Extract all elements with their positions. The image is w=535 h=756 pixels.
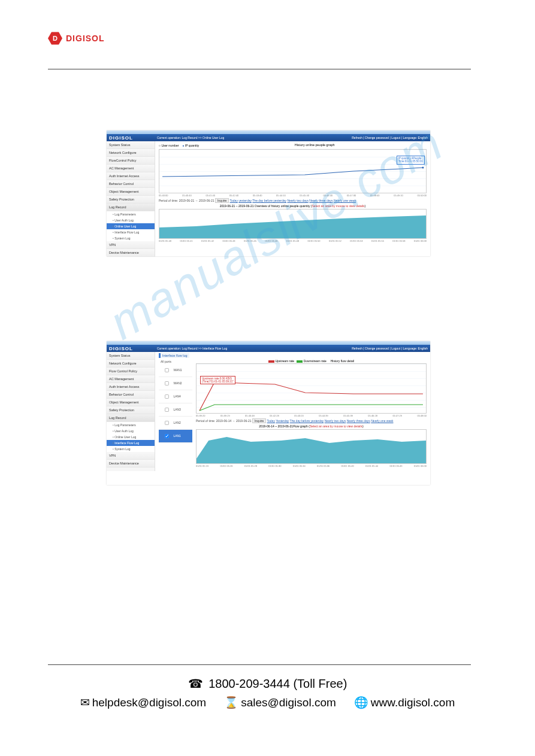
period-row: Period of time: 2019-06-14 → 2019-06-21 …: [196, 419, 427, 423]
sidebar-sub[interactable]: User Auth Log: [107, 428, 155, 434]
sidebar-item[interactable]: Network Configure: [107, 149, 155, 157]
chart-title: History flow detail: [331, 359, 354, 363]
sidebar-item-log-record[interactable]: Log Record: [107, 414, 155, 422]
period-text: Period of time: 2019-06-21 → 2019-06-21: [159, 199, 214, 202]
ports-header: All ports: [159, 359, 192, 364]
period-link[interactable]: Nearly two days: [287, 199, 309, 202]
section-heading: Interface flow log: [159, 353, 189, 358]
breadcrumb: Current operation: Log Record >> Interfa…: [157, 347, 352, 350]
screenshot-online-user-log: DIGISOL Current operation: Log Record >>…: [107, 130, 430, 256]
header-divider: [48, 69, 471, 69]
inquire-button[interactable]: Inquire: [215, 198, 229, 203]
sidebar-item[interactable]: Object Management: [107, 188, 155, 196]
area-chart[interactable]: [159, 209, 427, 239]
sidebar-sub[interactable]: Interface Flow Log: [107, 229, 155, 235]
period-link[interactable]: The day before yesterday: [290, 419, 324, 423]
sidebar-item[interactable]: Auth Internet Access: [107, 172, 155, 180]
sidebar-item[interactable]: Device Maintenance: [107, 249, 155, 257]
sidebar-item[interactable]: Safety Protection: [107, 406, 155, 414]
period-link[interactable]: The day before yesterday: [252, 199, 286, 202]
port-item[interactable]: WAN1: [159, 364, 192, 377]
sidebar-sub[interactable]: User Auth Log: [107, 217, 155, 223]
sidebar-item[interactable]: AC Management: [107, 165, 155, 172]
phone-icon: ☎: [188, 677, 203, 690]
footer-web: www.digisol.com: [371, 696, 455, 709]
period-link[interactable]: Today: [267, 419, 275, 423]
footer-sales: sales@digisol.com: [241, 696, 336, 709]
hourglass-icon: ⌛: [224, 696, 238, 709]
period-link[interactable]: Yesterday: [276, 419, 289, 423]
sidebar-item[interactable]: VPN: [107, 452, 155, 460]
flow-area-chart[interactable]: [196, 429, 427, 464]
sidebar-item[interactable]: AC Management: [107, 375, 155, 383]
chart-tooltip: Upstream rate:0.06 KB/S (Time)"01-01-01 …: [200, 376, 235, 384]
period-link[interactable]: Nearly two days: [325, 419, 346, 423]
port-item[interactable]: LAN4: [159, 390, 192, 403]
port-item[interactable]: LAN3: [159, 403, 192, 417]
svg-point-0: [422, 167, 424, 169]
sidebar-item[interactable]: Behavior Control: [107, 180, 155, 188]
line-chart[interactable]: IP quantity:4People Time:01-01 05:50:01: [159, 149, 427, 193]
port-item-selected[interactable]: LAN1: [159, 430, 192, 443]
screenshot-interface-flow-log: DIGISOL Current operation: Log Record >>…: [107, 341, 430, 485]
period-link[interactable]: Today: [230, 199, 238, 202]
sidebar-item[interactable]: Network Configure: [107, 360, 155, 368]
logo-text: DIGISOL: [66, 34, 105, 43]
globe-icon: 🌐: [354, 696, 368, 709]
flow-line-chart[interactable]: Upstream rate:0.06 KB/S (Time)"01-01-01 …: [196, 363, 427, 414]
port-item[interactable]: WAN2: [159, 377, 192, 390]
radio-user-number[interactable]: User number: [159, 144, 179, 147]
period-link[interactable]: Nearly one week: [334, 199, 356, 202]
page-footer: ☎ 1800-209-3444 (Toll Free) ✉helpdesk@di…: [0, 676, 535, 709]
radio-ip-quantity[interactable]: IP quantity: [182, 144, 199, 147]
period-link[interactable]: yesterday: [238, 199, 252, 202]
sidebar-item[interactable]: VPN: [107, 241, 155, 249]
period-text: Period of time: 2019-06-14 → 2019-06-21: [196, 419, 252, 423]
sidebar-item[interactable]: Device Maintenance: [107, 460, 155, 467]
chart-tooltip: IP quantity:4People Time:01-01 05:50:01: [397, 156, 425, 165]
sidebar-item-log-record[interactable]: Log Record: [107, 204, 155, 211]
sidebar-item[interactable]: System Status: [107, 352, 155, 360]
sidebar-sub[interactable]: System Log: [107, 235, 155, 241]
footer-helpdesk: helpdesk@digisol.com: [92, 696, 206, 709]
x-axis-ticks-bottom: 01/01 05:1901/01 05:26 01/01 05:2801/01 …: [196, 464, 427, 467]
sidebar-item[interactable]: Flow Control Policy: [107, 368, 155, 375]
chart-legend: Upstream rate Downstream rate History fl…: [196, 359, 427, 363]
inquire-button[interactable]: Inquire: [252, 418, 266, 423]
sidebar-sub[interactable]: System Log: [107, 446, 155, 452]
sidebar-item[interactable]: System Status: [107, 141, 155, 149]
period-link[interactable]: Nearly three days: [309, 199, 333, 202]
x-axis-ticks: 05:39:2005:39:29 05:40:4805:42:28 05:43:…: [196, 414, 427, 417]
sidebar-sub[interactable]: Log Parameters: [107, 211, 155, 217]
sidebar-sub[interactable]: Online User Log: [107, 434, 155, 440]
footer-phone: 1800-209-3444 (Toll Free): [208, 677, 347, 690]
sidebar-item[interactable]: Behavior Control: [107, 391, 155, 399]
period-link[interactable]: Nearly one week: [371, 419, 393, 423]
logo-icon: D: [48, 31, 62, 45]
ports-list: All ports WAN1 WAN2 LAN4 LAN3 LAN2 LAN1: [159, 359, 192, 467]
app-brand: DIGISOL: [109, 346, 133, 351]
chart-title: History online people graph: [295, 143, 335, 147]
top-links[interactable]: Refresh | Change password | Logout | Lan…: [352, 136, 428, 139]
sidebar-item[interactable]: Safety Protection: [107, 196, 155, 204]
sidebar: System Status Network Configure FlowCont…: [107, 141, 155, 257]
period-link[interactable]: Nearly three days: [347, 419, 370, 423]
sidebar-item[interactable]: FlowControl Policy: [107, 157, 155, 165]
overview-title: 2019-06-21 – 2019-06-21 Overview of hist…: [159, 204, 427, 208]
footer-divider: [48, 664, 471, 665]
sidebar-item[interactable]: Auth Internet Access: [107, 383, 155, 391]
sidebar-sub-online-user-log[interactable]: Online User Log: [107, 223, 155, 229]
port-item[interactable]: LAN2: [159, 417, 192, 430]
overview-title: 2019-06-14 ~ 2019-06-21Flow graph (Selec…: [196, 424, 427, 428]
app-brand: DIGISOL: [109, 135, 133, 141]
sidebar-sub[interactable]: Log Parameters: [107, 422, 155, 428]
tooltip-time: Time:01-01 05:50:01: [398, 160, 423, 163]
breadcrumb: Current operation: Log Record >> Online …: [157, 136, 352, 139]
x-axis-ticks-bottom: 01/01 05:4001/01 05:41 01/01 05:4201/01 …: [159, 239, 427, 242]
top-links[interactable]: Refresh | Change password | Logout | Lan…: [352, 347, 428, 350]
page-logo: D DIGISOL: [48, 31, 105, 45]
sidebar-sub-interface-flow-log[interactable]: Interface Flow Log: [107, 440, 155, 446]
period-row: Period of time: 2019-06-21 → 2019-06-21 …: [159, 199, 427, 202]
x-axis-ticks: 05:40:0005:40:40 05:41:4005:42:40 05:43:…: [159, 194, 427, 197]
sidebar-item[interactable]: Object Management: [107, 399, 155, 406]
